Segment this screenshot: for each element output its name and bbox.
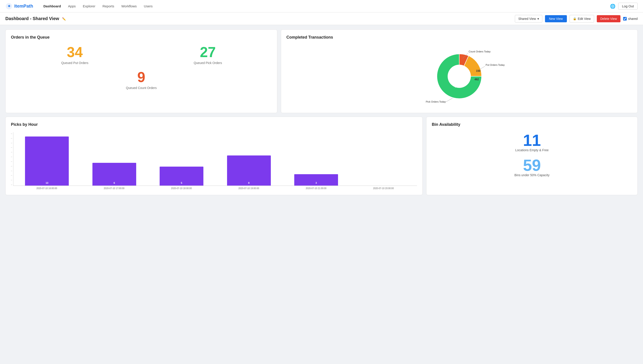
donut-hole: [448, 65, 471, 88]
bar-value-2: 5: [181, 182, 182, 184]
edit-view-button[interactable]: 🔒 Edit View: [569, 15, 594, 22]
bar-group-3: 8: [215, 136, 282, 186]
bar-xlabel-3: 2020-07-10 19:00:00: [215, 186, 282, 190]
transactions-card-title: Completed Transactions: [286, 35, 632, 40]
bar-chart-area: – – – – – – – – – – – – 136583: [11, 132, 417, 190]
picks-card: Picks by Hour – – – – – – – – – – – –: [5, 117, 423, 195]
bar-4: 3: [294, 174, 338, 186]
pick-label-text: Pick Orders Today: [426, 100, 446, 103]
bar-xlabel-1: 2020-07-10 17:00:00: [80, 186, 148, 190]
y-axis-labels: – – – – – – – – – – – –: [11, 132, 13, 186]
put-value-text: 462: [474, 78, 479, 81]
bar-xlabel-2: 2020-07-10 18:00:00: [148, 186, 215, 190]
count-orders-label: Queued Count Orders: [11, 86, 272, 90]
shared-checkbox-label[interactable]: shared: [623, 17, 638, 20]
queue-stats: 34 Queued Put Orders 27 Queued Pick Orde…: [11, 45, 272, 65]
delete-view-button[interactable]: Delete View: [597, 15, 620, 22]
bar-2: 5: [160, 166, 203, 186]
queue-stats-bottom: 9 Queued Count Orders: [11, 70, 272, 90]
logo-text: ItemPath: [14, 4, 33, 9]
under-50-value: 59: [514, 157, 549, 173]
shared-label: shared: [628, 17, 638, 20]
put-orders-value: 34: [11, 45, 139, 59]
page-title-text: Dashboard - Shared View: [5, 16, 59, 21]
chevron-down-icon: ▾: [537, 17, 539, 20]
put-orders-stat: 34 Queued Put Orders: [11, 45, 139, 65]
logout-button[interactable]: Log Out: [618, 3, 638, 10]
pick-orders-value: 27: [144, 45, 272, 59]
bar-1: 6: [92, 163, 136, 186]
bar-xlabel-4: 2020-07-10 21:00:00: [282, 186, 350, 190]
under-50-stat: 59 Bins under 50% Capacity: [514, 157, 549, 177]
put-label-text: Put Orders Today: [486, 64, 505, 66]
bar-group-5: [350, 136, 417, 186]
bar-xlabel-5: 2020-07-10 20:00:00: [350, 186, 417, 190]
pick-label-line: [446, 98, 453, 102]
nav-links: Dashboard Apps Explorer Reports Workflow…: [40, 2, 610, 10]
count-orders-stat: 9 Queued Count Orders: [11, 70, 272, 90]
page-title: Dashboard - Shared View ✏️: [5, 16, 512, 21]
bar-0: 13: [25, 136, 69, 186]
globe-icon[interactable]: 🌐: [610, 4, 615, 9]
under-50-label: Bins under 50% Capacity: [514, 173, 549, 177]
picks-card-title: Picks by Hour: [11, 122, 417, 127]
shared-checkbox-input[interactable]: [623, 17, 627, 20]
bar-group-0: 13: [14, 136, 81, 186]
nav-link-apps[interactable]: Apps: [65, 2, 79, 10]
bottom-row: Picks by Hour – – – – – – – – – – – –: [5, 117, 638, 195]
empty-free-stat: 11 Locations Empty & Free: [515, 132, 549, 152]
nav-right: 🌐 Log Out: [610, 3, 638, 10]
bin-card: Bin Availability 11 Locations Empty & Fr…: [426, 117, 638, 195]
nav-link-reports[interactable]: Reports: [99, 2, 117, 10]
count-label-text: Count Orders Today: [469, 50, 491, 53]
bar-xlabel-0: 2020-07-10 16:00:00: [13, 186, 81, 190]
pick-value-text: 1486: [455, 85, 461, 88]
put-orders-label: Queued Put Orders: [11, 61, 139, 65]
bar-group-4: 3: [282, 136, 350, 186]
pick-orders-stat: 27 Queued Pick Orders: [144, 45, 272, 65]
svg-text:✦: ✦: [7, 4, 11, 8]
count-orders-value: 9: [11, 70, 272, 84]
donut-chart-container: Count Orders Today 150 Put Orders Today …: [286, 45, 632, 108]
bin-card-title: Bin Availability: [432, 122, 632, 127]
logo: ✦ ItemPath: [5, 3, 33, 10]
nav-link-users[interactable]: Users: [141, 2, 156, 10]
top-row: Orders in the Queue 34 Queued Put Orders…: [5, 30, 638, 113]
pick-orders-label: Queued Pick Orders: [144, 61, 272, 65]
edit-view-label: Edit View: [578, 17, 591, 20]
donut-chart-svg: Count Orders Today 150 Put Orders Today …: [408, 45, 511, 108]
bar-chart: 136583: [13, 132, 417, 186]
transactions-card: Completed Transactions: [281, 30, 638, 113]
bar-value-0: 13: [46, 182, 48, 184]
empty-free-value: 11: [515, 132, 549, 148]
logo-icon: ✦: [5, 3, 13, 10]
nav-link-explorer[interactable]: Explorer: [80, 2, 99, 10]
new-view-button[interactable]: New View: [545, 15, 567, 22]
bar-value-4: 3: [315, 182, 317, 184]
shared-view-button[interactable]: Shared View ▾: [515, 15, 542, 22]
queue-card-title: Orders in the Queue: [11, 35, 272, 40]
edit-pencil-icon[interactable]: ✏️: [62, 17, 66, 21]
bar-x-labels: 2020-07-10 16:00:002020-07-10 17:00:0020…: [13, 186, 417, 190]
empty-free-label: Locations Empty & Free: [515, 148, 549, 152]
count-value-text: 150: [476, 69, 480, 72]
nav-link-workflows[interactable]: Workflows: [118, 2, 140, 10]
queue-card: Orders in the Queue 34 Queued Put Orders…: [5, 30, 277, 113]
bar-value-3: 8: [248, 182, 249, 184]
nav-link-dashboard[interactable]: Dashboard: [40, 2, 64, 10]
shared-view-label: Shared View: [518, 17, 536, 20]
subheader: Dashboard - Shared View ✏️ Shared View ▾…: [0, 12, 643, 25]
bar-group-2: 5: [148, 136, 215, 186]
main-content: Orders in the Queue 34 Queued Put Orders…: [0, 25, 643, 200]
bin-stats: 11 Locations Empty & Free 59 Bins under …: [432, 132, 632, 177]
bar-value-1: 6: [114, 182, 115, 184]
navbar: ✦ ItemPath Dashboard Apps Explorer Repor…: [0, 0, 643, 12]
bar-group-1: 6: [81, 136, 148, 186]
lock-icon: 🔒: [573, 17, 576, 20]
bar-3: 8: [227, 156, 271, 186]
